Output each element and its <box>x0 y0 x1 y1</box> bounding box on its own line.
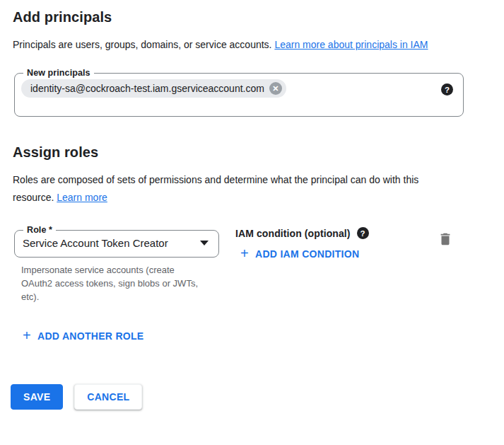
action-buttons: SAVE CANCEL <box>11 384 491 410</box>
role-description: Impersonate service accounts (create OAu… <box>21 263 206 304</box>
page-title: Add principals <box>13 9 491 25</box>
principal-chip[interactable]: identity-sa@cockroach-test.iam.gservicea… <box>21 79 286 98</box>
principals-description-text: Principals are users, groups, domains, o… <box>13 39 274 50</box>
trash-icon <box>438 231 453 247</box>
iam-condition-label-row: IAM condition (optional) ? <box>235 227 369 239</box>
add-another-role-button[interactable]: + ADD ANOTHER ROLE <box>23 330 144 342</box>
plus-icon: + <box>240 248 249 259</box>
new-principals-label: New principals <box>23 68 94 78</box>
remove-principal-icon[interactable]: ✕ <box>269 82 282 95</box>
save-button[interactable]: SAVE <box>11 384 63 410</box>
assign-roles-title: Assign roles <box>13 144 491 161</box>
principals-chip-row: identity-sa@cockroach-test.iam.gservicea… <box>21 79 453 98</box>
role-binding-row: Role * Service Account Token Creator Imp… <box>13 225 491 304</box>
plus-icon: + <box>23 330 31 341</box>
role-selected-value: Service Account Token Creator <box>23 237 168 249</box>
add-iam-condition-button[interactable]: + ADD IAM CONDITION <box>240 248 359 260</box>
delete-role-column <box>438 225 453 250</box>
role-field-label: Role * <box>23 225 56 235</box>
learn-more-principals-link[interactable]: Learn more about principals in IAM <box>274 39 428 50</box>
role-field: Role * Service Account Token Creator <box>14 225 219 258</box>
add-iam-condition-label: ADD IAM CONDITION <box>255 248 359 260</box>
new-principals-field[interactable]: New principals identity-sa@cockroach-tes… <box>14 68 464 117</box>
dropdown-arrow-icon <box>200 241 209 245</box>
assign-roles-description: Roles are composed of sets of permission… <box>13 171 423 207</box>
principals-description: Principals are users, groups, domains, o… <box>13 36 469 54</box>
principal-chip-label: identity-sa@cockroach-test.iam.gservicea… <box>30 83 264 94</box>
learn-more-roles-link[interactable]: Learn more <box>57 192 107 203</box>
role-column: Role * Service Account Token Creator Imp… <box>13 225 219 304</box>
iam-condition-help-icon[interactable]: ? <box>357 227 369 239</box>
add-principals-panel: Add principals Principals are users, gro… <box>0 0 504 410</box>
role-select[interactable]: Service Account Token Creator <box>21 235 210 249</box>
cancel-button[interactable]: CANCEL <box>74 384 142 410</box>
principals-help-icon[interactable]: ? <box>441 83 453 96</box>
delete-role-button[interactable] <box>438 231 453 249</box>
add-another-role-label: ADD ANOTHER ROLE <box>37 330 144 342</box>
iam-condition-column: IAM condition (optional) ? + ADD IAM CON… <box>235 225 369 262</box>
iam-condition-label: IAM condition (optional) <box>235 228 351 239</box>
